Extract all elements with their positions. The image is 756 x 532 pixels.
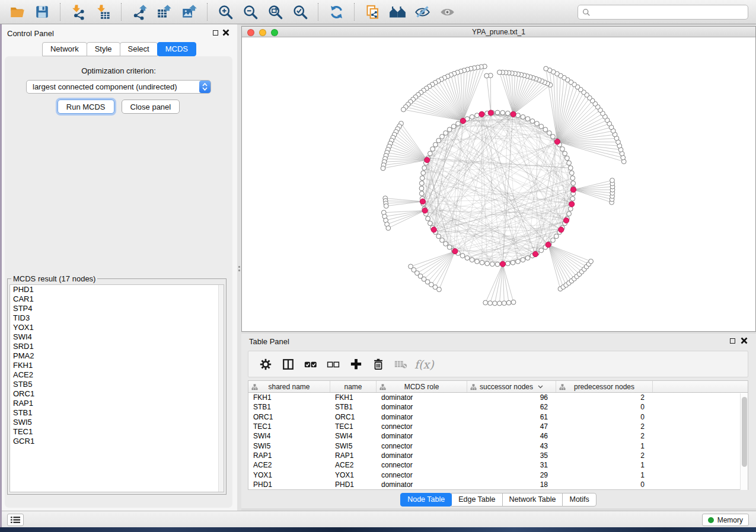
graph-node[interactable]: [470, 115, 474, 120]
graph-leaf-node[interactable]: [610, 178, 615, 183]
graph-node[interactable]: [475, 259, 480, 264]
graph-node[interactable]: [430, 147, 435, 152]
column-header-name[interactable]: name: [330, 381, 377, 392]
mcds-result-item[interactable]: ORC1: [10, 389, 224, 399]
graph-node[interactable]: [560, 147, 565, 152]
close-panel-button[interactable]: Close panel: [122, 100, 180, 114]
table-row[interactable]: YOX1YOX1connector291: [248, 470, 748, 479]
graph-node[interactable]: [530, 119, 535, 124]
graph-hub-node[interactable]: [425, 158, 430, 163]
mcds-result-item[interactable]: STB1: [10, 408, 224, 418]
graph-node[interactable]: [419, 186, 424, 191]
graph-hub-node[interactable]: [460, 118, 465, 123]
mcds-list-scrollbar[interactable]: [218, 285, 224, 492]
column-header-predecessor-nodes[interactable]: predecessor nodes: [556, 381, 653, 392]
graph-node[interactable]: [516, 259, 521, 264]
graph-node[interactable]: [419, 191, 424, 196]
graph-leaf-node[interactable]: [589, 259, 594, 264]
float-table-panel-icon[interactable]: [730, 338, 735, 344]
search-input[interactable]: [594, 7, 748, 18]
graph-node[interactable]: [525, 256, 530, 261]
add-column-icon[interactable]: [347, 356, 365, 373]
graph-node[interactable]: [444, 131, 448, 136]
graph-hub-node[interactable]: [488, 110, 493, 116]
graph-node[interactable]: [451, 124, 456, 129]
graph-leaf-node[interactable]: [384, 204, 388, 209]
refresh-icon[interactable]: [327, 3, 345, 21]
graph-node[interactable]: [516, 113, 521, 118]
task-history-button[interactable]: [7, 514, 24, 526]
import-table-icon[interactable]: [94, 3, 112, 21]
graph-hub-node[interactable]: [500, 261, 505, 267]
zoom-fit-icon[interactable]: [266, 3, 284, 21]
mcds-result-item[interactable]: PMA2: [10, 351, 224, 361]
graph-node[interactable]: [554, 234, 559, 239]
open-session-icon[interactable]: [8, 3, 26, 21]
graph-node[interactable]: [485, 261, 490, 266]
graph-node[interactable]: [426, 216, 430, 221]
tab-node-table[interactable]: Node Table: [400, 493, 452, 507]
graph-node[interactable]: [436, 234, 441, 239]
mcds-result-item[interactable]: STB5: [10, 380, 224, 389]
graph-node[interactable]: [525, 117, 530, 121]
tab-network[interactable]: Network: [42, 42, 87, 56]
graph-node[interactable]: [569, 171, 574, 175]
graph-node[interactable]: [539, 248, 544, 253]
mcds-result-item[interactable]: TEC1: [10, 427, 224, 437]
graph-node[interactable]: [428, 151, 433, 156]
table-row[interactable]: RAP1RAP1dominator352: [248, 451, 748, 460]
graph-node[interactable]: [551, 134, 556, 139]
column-header-shared-name[interactable]: shared name: [248, 381, 330, 392]
graph-hub-node[interactable]: [532, 251, 538, 257]
memory-button[interactable]: Memory: [702, 514, 749, 526]
criterion-select[interactable]: largest connected component (undirected): [26, 80, 211, 94]
mcds-result-item[interactable]: GCR1: [10, 437, 224, 446]
graph-hub-node[interactable]: [511, 111, 516, 117]
graph-hub-node[interactable]: [569, 201, 575, 207]
column-header-MCDS-role[interactable]: MCDS role: [377, 381, 467, 392]
graph-node[interactable]: [568, 207, 573, 211]
deselect-all-icon[interactable]: [324, 356, 342, 373]
graph-node[interactable]: [456, 121, 461, 126]
graph-hub-node[interactable]: [431, 227, 436, 232]
graph-node[interactable]: [570, 197, 575, 201]
graph-node[interactable]: [495, 110, 500, 115]
run-mcds-button[interactable]: Run MCDS: [58, 100, 114, 114]
graph-node[interactable]: [567, 211, 572, 216]
graph-leaf-node[interactable]: [497, 70, 502, 75]
select-all-icon[interactable]: [302, 356, 320, 373]
graph-node[interactable]: [447, 127, 452, 132]
graph-leaf-node[interactable]: [544, 66, 548, 71]
graph-node[interactable]: [547, 131, 552, 136]
mcds-result-item[interactable]: RAP1: [10, 399, 224, 408]
show-all-icon[interactable]: [438, 3, 456, 21]
graph-node[interactable]: [447, 245, 452, 249]
graph-hub-node[interactable]: [559, 227, 564, 232]
graph-node[interactable]: [568, 166, 573, 171]
graph-hub-node[interactable]: [422, 208, 428, 213]
graph-node[interactable]: [420, 176, 425, 181]
graph-leaf-node[interactable]: [497, 301, 502, 306]
mcds-result-item[interactable]: ACE2: [10, 370, 224, 380]
graph-hub-node[interactable]: [452, 249, 458, 254]
graph-leaf-node[interactable]: [484, 73, 489, 78]
graph-node[interactable]: [440, 134, 445, 139]
tab-network-table[interactable]: Network Table: [502, 493, 563, 507]
table-scrollbar-thumb[interactable]: [742, 397, 747, 467]
graph-hub-node[interactable]: [563, 218, 569, 223]
graph-node[interactable]: [570, 176, 575, 181]
table-row[interactable]: SWI5SWI5connector431: [248, 441, 748, 450]
graph-leaf-node[interactable]: [502, 301, 506, 306]
panel-splitter[interactable]: [237, 24, 241, 511]
graph-node[interactable]: [460, 254, 465, 258]
graph-leaf-node[interactable]: [488, 301, 493, 306]
mcds-result-item[interactable]: YOX1: [10, 323, 224, 332]
graph-node[interactable]: [428, 221, 433, 226]
graph-node[interactable]: [571, 181, 576, 185]
network-canvas[interactable]: [242, 37, 755, 331]
export-table-icon[interactable]: [155, 3, 173, 21]
table-row[interactable]: FKH1FKH1dominator962: [248, 393, 748, 402]
graph-node[interactable]: [422, 166, 427, 171]
table-row[interactable]: TEC1TEC1connector472: [248, 422, 748, 431]
graph-leaf-node[interactable]: [506, 300, 511, 305]
